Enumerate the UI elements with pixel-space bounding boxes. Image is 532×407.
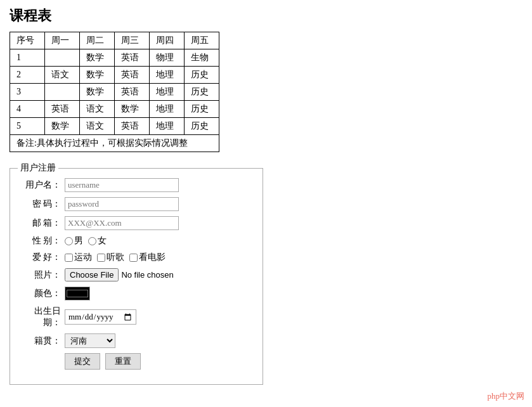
password-row: 密 码： (23, 197, 250, 211)
table-cell: 4 (10, 101, 45, 118)
table-cell: 生物 (185, 49, 219, 67)
table-cell: 英语 (115, 84, 150, 101)
color-label: 颜色： (23, 288, 61, 299)
table-cell: 语文 (80, 118, 115, 135)
password-label: 密 码： (23, 198, 61, 210)
birthday-row: 出生日期： (23, 306, 250, 328)
button-row: 提交 重置 (23, 353, 250, 370)
col-header-thu: 周四 (150, 32, 185, 49)
username-label: 用户名： (23, 179, 61, 191)
table-cell: 地理 (150, 118, 185, 135)
table-cell: 地理 (150, 84, 185, 101)
col-header-mon: 周一 (45, 32, 80, 49)
table-cell: 2 (10, 67, 45, 84)
col-header-wed: 周三 (115, 32, 150, 49)
table-cell: 英语 (115, 67, 150, 84)
watermark: php中文网 (488, 391, 525, 391)
photo-input[interactable] (65, 268, 221, 281)
submit-button[interactable]: 提交 (65, 353, 100, 370)
hobby-music-checkbox[interactable] (97, 254, 105, 262)
hometown-row: 籍贯： 河南北京上海广州 (23, 333, 250, 348)
schedule-table: 序号 周一 周二 周三 周四 周五 1数学英语物理生物2语文数学英语地理历史3数… (10, 32, 219, 152)
password-input[interactable] (65, 197, 179, 211)
email-input[interactable] (65, 216, 179, 230)
table-cell: 1 (10, 49, 45, 67)
hobby-movie-label[interactable]: 看电影 (129, 252, 165, 263)
username-input[interactable] (65, 178, 179, 192)
gender-label: 性 别： (23, 235, 61, 247)
table-cell: 3 (10, 84, 45, 101)
table-cell: 数学 (80, 49, 115, 67)
gender-female-label[interactable]: 女 (88, 235, 107, 247)
table-cell: 历史 (185, 101, 219, 118)
col-header-tue: 周二 (80, 32, 115, 49)
table-cell: 历史 (185, 84, 219, 101)
hometown-select[interactable]: 河南北京上海广州 (65, 333, 115, 348)
birthday-label: 出生日期： (23, 306, 61, 328)
table-cell: 语文 (80, 101, 115, 118)
table-cell: 数学 (80, 67, 115, 84)
table-cell: 英语 (115, 49, 150, 67)
hobby-sports-checkbox[interactable] (65, 254, 73, 262)
color-row: 颜色： (23, 287, 250, 300)
email-label: 邮 箱： (23, 217, 61, 229)
gender-female-text: 女 (98, 235, 107, 247)
table-cell: 历史 (185, 118, 219, 135)
col-header-id: 序号 (10, 32, 45, 49)
note-cell: 备注:具体执行过程中，可根据实际情况调整 (10, 135, 219, 152)
table-cell (45, 84, 80, 101)
hobby-checkbox-group: 运动 听歌 看电影 (65, 252, 165, 263)
gender-radio-group: 男 女 (65, 235, 107, 247)
gender-male-label[interactable]: 男 (65, 235, 83, 247)
hobby-sports-label[interactable]: 运动 (65, 252, 92, 263)
gender-female-radio[interactable] (88, 237, 96, 245)
email-row: 邮 箱： (23, 216, 250, 230)
table-cell: 数学 (45, 118, 80, 135)
hobby-row: 爱 好： 运动 听歌 看电影 (23, 252, 250, 263)
table-cell: 数学 (80, 84, 115, 101)
table-cell: 地理 (150, 101, 185, 118)
col-header-fri: 周五 (185, 32, 219, 49)
registration-form: 用户注册 用户名： 密 码： 邮 箱： 性 别： 男 女 爱 好： (10, 168, 263, 385)
table-cell: 英语 (45, 101, 80, 118)
username-row: 用户名： (23, 178, 250, 192)
table-cell: 物理 (150, 49, 185, 67)
table-cell: 语文 (45, 67, 80, 84)
table-cell: 5 (10, 118, 45, 135)
table-cell: 地理 (150, 67, 185, 84)
hobby-music-label[interactable]: 听歌 (97, 252, 124, 263)
table-cell: 英语 (115, 118, 150, 135)
reset-button[interactable]: 重置 (105, 353, 141, 370)
page-title: 课程表 (10, 6, 522, 25)
table-cell: 历史 (185, 67, 219, 84)
form-legend: 用户注册 (18, 162, 58, 174)
hobby-music-text: 听歌 (107, 252, 124, 263)
birthday-input[interactable] (65, 309, 136, 325)
photo-row: 照片： (23, 268, 250, 281)
table-cell: 数学 (115, 101, 150, 118)
photo-label: 照片： (23, 269, 61, 281)
hobby-sports-text: 运动 (74, 252, 92, 263)
color-input[interactable] (65, 287, 90, 300)
table-cell (45, 49, 80, 67)
hobby-label: 爱 好： (23, 252, 61, 263)
gender-male-text: 男 (74, 235, 83, 247)
gender-row: 性 别： 男 女 (23, 235, 250, 247)
hobby-movie-text: 看电影 (139, 252, 165, 263)
gender-male-radio[interactable] (65, 237, 73, 245)
hobby-movie-checkbox[interactable] (129, 254, 138, 262)
hometown-label: 籍贯： (23, 335, 61, 347)
